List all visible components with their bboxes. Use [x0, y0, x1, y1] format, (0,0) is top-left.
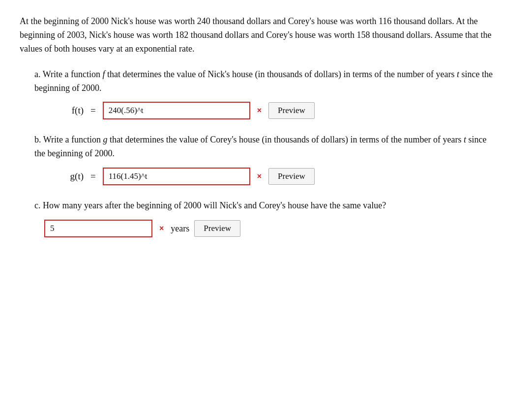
- part-b-input[interactable]: [103, 168, 250, 185]
- part-b-preview-button[interactable]: Preview: [268, 168, 315, 185]
- part-c-input[interactable]: [44, 220, 152, 237]
- part-a-answer-row: f(t) = × Preview: [44, 102, 512, 119]
- part-a: a. Write a function f that determines th…: [34, 68, 512, 120]
- part-a-clear-button[interactable]: ×: [255, 105, 264, 116]
- part-b-function-label: g(t): [44, 171, 84, 182]
- part-c-preview-button[interactable]: Preview: [194, 220, 240, 237]
- part-a-label: a. Write a function f that determines th…: [34, 68, 497, 95]
- part-a-preview-button[interactable]: Preview: [268, 102, 315, 119]
- part-c-label: c. How many years after the beginning of…: [34, 199, 497, 213]
- part-b-label-suffix: that determines the value of Corey's hou…: [107, 135, 464, 144]
- part-c-years-label: years: [171, 224, 189, 234]
- part-b-label: b. Write a function g that determines th…: [34, 133, 497, 161]
- part-a-function-label: f(t): [44, 105, 84, 116]
- part-b-answer-row: g(t) = × Preview: [44, 168, 512, 185]
- part-a-equals: =: [90, 105, 96, 116]
- problem-intro: At the beginning of 2000 Nick's house wa…: [20, 15, 502, 56]
- parts-container: a. Write a function f that determines th…: [34, 68, 512, 237]
- part-a-input[interactable]: [103, 102, 250, 119]
- part-a-label-suffix: that determines the value of Nick's hous…: [105, 69, 457, 79]
- part-c-answer-row: × years Preview: [44, 220, 512, 237]
- part-b-label-prefix: b. Write a function: [34, 135, 103, 144]
- part-a-label-prefix: a. Write a function: [34, 69, 102, 79]
- part-b: b. Write a function g that determines th…: [34, 133, 512, 185]
- part-b-equals: =: [90, 171, 96, 182]
- part-b-clear-button[interactable]: ×: [255, 171, 264, 182]
- part-c: c. How many years after the beginning of…: [34, 199, 512, 237]
- part-c-clear-button[interactable]: ×: [157, 223, 166, 234]
